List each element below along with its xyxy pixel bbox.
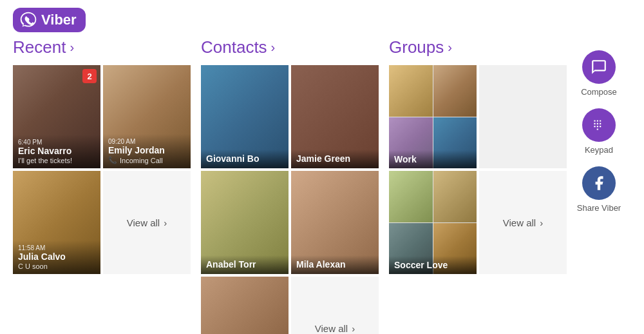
- card-name-eric: Eric Navarro: [18, 146, 95, 157]
- unread-badge: 2: [82, 69, 97, 83]
- contact-item-mila[interactable]: Mila Alexan: [291, 171, 379, 274]
- contact-item-anabel[interactable]: Anabel Torr: [201, 171, 289, 274]
- card-message-eric: I'll get the tickets!: [18, 157, 95, 164]
- card-overlay-eric: 6:40 PM Eric Navarro I'll get the ticket…: [13, 135, 100, 168]
- card-time-julia: 11:58 AM: [18, 244, 95, 251]
- compose-label: Compose: [581, 87, 617, 97]
- view-all-chevron-contacts: ›: [352, 323, 355, 334]
- group-item-soccer-love[interactable]: Soccer Love: [389, 171, 477, 274]
- incoming-call-icon: 📞: [108, 156, 117, 164]
- card-time-emily: 09:20 AM: [108, 138, 185, 145]
- groups-empty-top-right: [479, 65, 567, 168]
- main-content: Recent › 2 6:40 PM Eric Navarro I'll get…: [0, 37, 644, 334]
- soccer-photo-2: [433, 171, 477, 222]
- soccer-photo-1: [389, 171, 433, 222]
- recent-grid: 2 6:40 PM Eric Navarro I'll get the tick…: [13, 65, 191, 274]
- card-message-julia: C U soon: [18, 262, 95, 270]
- viber-logo-icon: [19, 11, 37, 29]
- contacts-title[interactable]: Contacts ›: [201, 37, 379, 57]
- card-time-eric: 6:40 PM: [18, 139, 95, 146]
- recent-item-emily[interactable]: 09:20 AM Emily Jordan 📞 Incoming Call: [103, 65, 191, 168]
- soccer-love-group-label: Soccer Love: [389, 256, 477, 274]
- contacts-chevron: ›: [271, 40, 276, 55]
- card-overlay-emily: 09:20 AM Emily Jordan 📞 Incoming Call: [103, 134, 191, 168]
- header: Viber: [0, 0, 644, 37]
- contacts-grid: Giovanni Bo Jamie Green Anabel Torr Mila…: [201, 65, 379, 334]
- work-photo-2: [433, 65, 477, 117]
- work-group-label: Work: [389, 150, 477, 168]
- contacts-section: Contacts › Giovanni Bo Jamie Green Anabe…: [201, 37, 379, 334]
- viber-logo-text: Viber: [41, 12, 77, 28]
- groups-grid: Work Soccer Love View all ›: [389, 65, 567, 274]
- view-all-chevron-groups: ›: [540, 217, 543, 228]
- sidebar-item-keypad[interactable]: Keypad: [582, 108, 616, 155]
- contact-item-giovanni[interactable]: Giovanni Bo: [201, 65, 289, 168]
- recent-title[interactable]: Recent ›: [13, 37, 191, 57]
- share-viber-label: Share Viber: [577, 203, 621, 213]
- recent-item-eric[interactable]: 2 6:40 PM Eric Navarro I'll get the tick…: [13, 65, 100, 168]
- groups-section: Groups › Work: [389, 37, 567, 334]
- share-viber-icon: [582, 166, 616, 200]
- contact-item-jamie[interactable]: Jamie Green: [291, 65, 379, 168]
- groups-chevron: ›: [448, 40, 452, 55]
- contact-item-adrienne[interactable]: Adrienne M: [201, 277, 289, 334]
- keypad-icon: [582, 108, 616, 142]
- card-message-emily: 📞 Incoming Call: [108, 156, 185, 164]
- card-overlay-julia: 11:58 AM Julia Calvo C U soon: [13, 241, 100, 274]
- recent-chevron: ›: [70, 40, 74, 55]
- view-all-chevron-recent: ›: [164, 217, 167, 228]
- keypad-label: Keypad: [585, 145, 613, 155]
- group-item-work[interactable]: Work: [389, 65, 477, 168]
- compose-icon: [582, 50, 616, 84]
- recent-item-julia[interactable]: 11:58 AM Julia Calvo C U soon: [13, 171, 100, 274]
- card-name-emily: Emily Jordan: [108, 145, 185, 156]
- sidebar: Compose Keypad Share Viber: [567, 37, 631, 334]
- recent-section: Recent › 2 6:40 PM Eric Navarro I'll get…: [13, 37, 191, 334]
- viber-logo[interactable]: Viber: [13, 8, 86, 32]
- sidebar-item-compose[interactable]: Compose: [581, 50, 617, 97]
- recent-view-all[interactable]: View all ›: [103, 171, 191, 274]
- card-name-julia: Julia Calvo: [18, 251, 95, 262]
- sidebar-item-share-viber[interactable]: Share Viber: [577, 166, 621, 213]
- groups-view-all[interactable]: View all ›: [479, 171, 567, 274]
- work-photo-1: [389, 65, 433, 117]
- contacts-view-all[interactable]: View all ›: [291, 277, 379, 334]
- groups-title[interactable]: Groups ›: [389, 37, 567, 57]
